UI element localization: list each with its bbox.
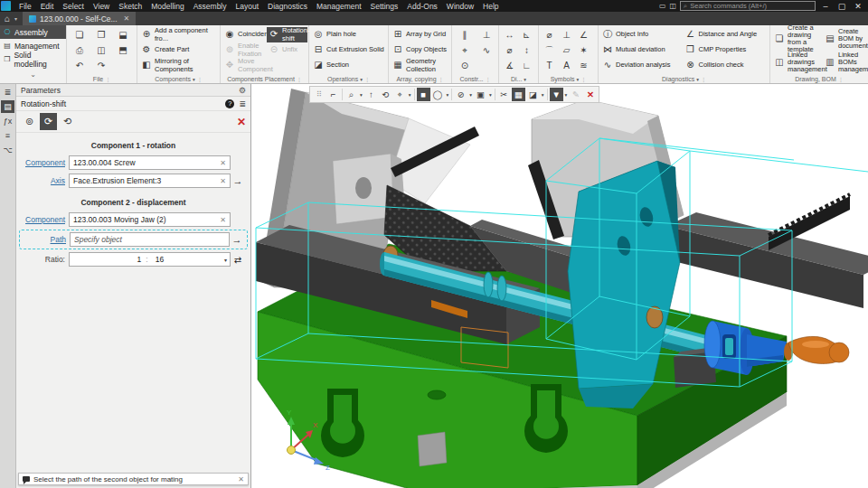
mutual-deviation-button[interactable]: ⋈ Mutual deviation bbox=[600, 42, 684, 58]
plain-hole-button[interactable]: ◎ Plain hole bbox=[311, 27, 386, 42]
group-expand-icon[interactable]: ⋮ bbox=[197, 76, 203, 82]
layout-split-icon[interactable]: ◫ bbox=[669, 2, 676, 10]
group-expand-icon[interactable]: ⋮ bbox=[439, 76, 444, 82]
geometry-collection-button[interactable]: ▦ Geometry Collection bbox=[391, 58, 449, 73]
open-document-icon[interactable]: ❐ bbox=[98, 30, 106, 40]
leader-symbol-icon[interactable]: T bbox=[546, 61, 552, 70]
group-expand-icon[interactable]: ⋮ bbox=[364, 76, 370, 82]
rotation-shift-button[interactable]: ⟳ Rotation-shift bbox=[267, 27, 307, 42]
ribbon-tab-solid-modelling[interactable]: ❒ Solid modelling bbox=[0, 52, 66, 66]
array-by-grid-button[interactable]: ⊞ Array by Grid bbox=[391, 27, 449, 42]
menu-edit[interactable]: Edit bbox=[36, 0, 59, 12]
create-bom-by-document-button[interactable]: ▤ Create BOM by document bbox=[823, 27, 866, 51]
filter-funnel-icon[interactable]: ▼ bbox=[550, 88, 563, 101]
cmp-properties-button[interactable]: ❒ CMP Properties bbox=[684, 42, 769, 58]
group-caret-icon[interactable]: ▾ bbox=[696, 77, 699, 82]
mirroring-components-button[interactable]: ◧ Mirroring of Components bbox=[139, 58, 218, 73]
menu-management[interactable]: Management bbox=[312, 0, 366, 12]
menu-layout[interactable]: Layout bbox=[231, 0, 264, 12]
section-view-icon[interactable]: ◪ bbox=[526, 88, 540, 101]
group-expand-icon[interactable]: ⋮ bbox=[701, 76, 706, 82]
path-field[interactable]: Specify object bbox=[70, 232, 230, 247]
group-expand-icon[interactable]: ⋮ bbox=[486, 76, 491, 82]
group-expand-icon[interactable]: ⋮ bbox=[580, 76, 586, 82]
path-link[interactable]: Path bbox=[23, 235, 70, 244]
distance-and-angle-button[interactable]: ∠ Distance and Angle bbox=[684, 27, 769, 42]
clear-icon[interactable]: ✕ bbox=[220, 216, 226, 224]
design-tree-icon[interactable]: ≣ bbox=[1, 86, 14, 99]
add-component-button[interactable]: ⊕ Add a component fro... bbox=[139, 27, 218, 42]
hide-caret-icon[interactable]: ▾ bbox=[468, 92, 473, 98]
layout-window-icon[interactable]: ▭ bbox=[659, 2, 666, 10]
home-icon[interactable]: ⌂ bbox=[0, 14, 14, 23]
ortho-corner-icon[interactable]: ⌐ bbox=[326, 88, 340, 101]
messages-list-icon[interactable]: ≡ bbox=[1, 129, 14, 142]
menu-assembly[interactable]: Assembly bbox=[189, 0, 231, 12]
tolerance-symbol-icon[interactable]: ▱ bbox=[563, 45, 571, 55]
menu-select[interactable]: Select bbox=[58, 0, 89, 12]
create-part-button[interactable]: ⚙ Create Part bbox=[139, 42, 218, 58]
collision-check-button[interactable]: ⊗ Collision check bbox=[684, 58, 769, 73]
parallel-constraint-icon[interactable]: ∥ bbox=[463, 30, 467, 40]
next-arrow-icon[interactable]: → bbox=[230, 234, 244, 245]
next-arrow-icon[interactable]: → bbox=[231, 175, 245, 186]
rotation-shift-mode-icon[interactable]: ⟳ bbox=[40, 113, 57, 130]
section-caret-icon[interactable]: ▾ bbox=[541, 92, 545, 98]
component2-field[interactable]: 123.00.003 Moving Jaw (2) ✕ bbox=[69, 212, 231, 227]
wireframe-mode-icon[interactable]: ◯ bbox=[431, 88, 445, 101]
linked-drawings-management-button[interactable]: ◫ Linked drawings management bbox=[772, 51, 823, 74]
clear-icon[interactable]: ✕ bbox=[220, 177, 226, 185]
clamp-tab[interactable] bbox=[418, 432, 447, 466]
menu-diagnostics[interactable]: Diagnostics bbox=[263, 0, 312, 12]
orient-up-icon[interactable]: ↑ bbox=[364, 88, 378, 101]
corner-dimension-icon[interactable]: ∟ bbox=[523, 61, 532, 70]
axis-link[interactable]: Axis bbox=[22, 176, 69, 185]
text-symbol-icon[interactable]: A bbox=[563, 61, 570, 70]
preview-icon[interactable]: ◫ bbox=[97, 45, 105, 55]
cut-extrusion-button[interactable]: ⊟ Cut Extrusion Solid bbox=[311, 42, 386, 58]
save-icon[interactable]: ⬓ bbox=[118, 30, 127, 40]
shaded-mode-icon[interactable]: ■ bbox=[417, 88, 430, 101]
clear-icon[interactable]: ✕ bbox=[220, 159, 226, 167]
undo-icon[interactable]: ↶ bbox=[76, 61, 83, 70]
display-caret-icon[interactable]: ▾ bbox=[446, 92, 450, 98]
concentric-constraint-icon[interactable]: ⊙ bbox=[461, 61, 468, 70]
abort-operation-icon[interactable]: ✕ bbox=[583, 88, 597, 101]
menu-view[interactable]: View bbox=[89, 0, 114, 12]
component2-link[interactable]: Component bbox=[22, 215, 69, 224]
drag-handle-icon[interactable]: ⠿ bbox=[312, 88, 326, 101]
angle-dimension-icon[interactable]: ∡ bbox=[505, 61, 514, 70]
print-icon[interactable]: ⎙ bbox=[76, 45, 83, 56]
linked-boms-management-button[interactable]: ▥ Linked BOMs management bbox=[823, 51, 866, 74]
cancel-command-icon[interactable]: ✕ bbox=[237, 116, 246, 128]
minimize-button[interactable]: – bbox=[819, 2, 832, 11]
angle-symbol-icon[interactable]: ∠ bbox=[580, 30, 588, 40]
vertical-dimension-icon[interactable]: ↕ bbox=[524, 45, 529, 55]
copy-objects-button[interactable]: ⊡ Copy Objects bbox=[391, 42, 449, 58]
group-caret-icon[interactable]: ▾ bbox=[360, 77, 363, 82]
menu-file[interactable]: File bbox=[14, 0, 36, 12]
component1-link[interactable]: Component bbox=[22, 158, 69, 167]
deviation-analysis-button[interactable]: ∿ Deviation analysis bbox=[600, 58, 684, 73]
point-constraint-icon[interactable]: ⌖ bbox=[462, 45, 467, 56]
close-button[interactable]: ✕ bbox=[852, 2, 864, 11]
model-viewport[interactable]: ⠿ ⌐ ⌕ ▾ ↑ ⟲ ⌖ ▾ ■ ◯ ▾ ⊘ ▾ ▣ ▾ ✂ ▦ bbox=[251, 84, 868, 488]
perpendicular-constraint-icon[interactable]: ⊥ bbox=[483, 30, 491, 40]
wave-symbol-icon[interactable]: ≋ bbox=[580, 61, 587, 70]
group-caret-icon[interactable]: ▾ bbox=[524, 77, 526, 82]
quality-caret-icon[interactable]: ▾ bbox=[488, 92, 493, 98]
section-button[interactable]: ◪ Section bbox=[311, 58, 386, 73]
axis-field[interactable]: Face.Extrusion Element:3 ✕ bbox=[69, 174, 231, 188]
menu-sketch[interactable]: Sketch bbox=[114, 0, 146, 12]
group-expand-icon[interactable]: ⋮ bbox=[105, 76, 110, 82]
filter-caret-icon[interactable]: ▾ bbox=[564, 92, 569, 98]
prompt-close-icon[interactable]: ✕ bbox=[238, 475, 244, 483]
parameters-panel-icon[interactable]: ▤ bbox=[1, 100, 14, 113]
vise-assembly-model[interactable]: Y X Z bbox=[251, 84, 868, 488]
new-document-icon[interactable]: ❏ bbox=[76, 30, 84, 40]
group-caret-icon[interactable]: ▾ bbox=[193, 77, 195, 82]
triad-caret-icon[interactable]: ▾ bbox=[408, 92, 412, 98]
swap-ratio-icon[interactable]: ⇄ bbox=[231, 255, 245, 265]
zoom-tool-icon[interactable]: ⌕ bbox=[344, 88, 358, 101]
ribbon-tab-assembly[interactable]: ⎔ Assembly bbox=[0, 25, 66, 39]
